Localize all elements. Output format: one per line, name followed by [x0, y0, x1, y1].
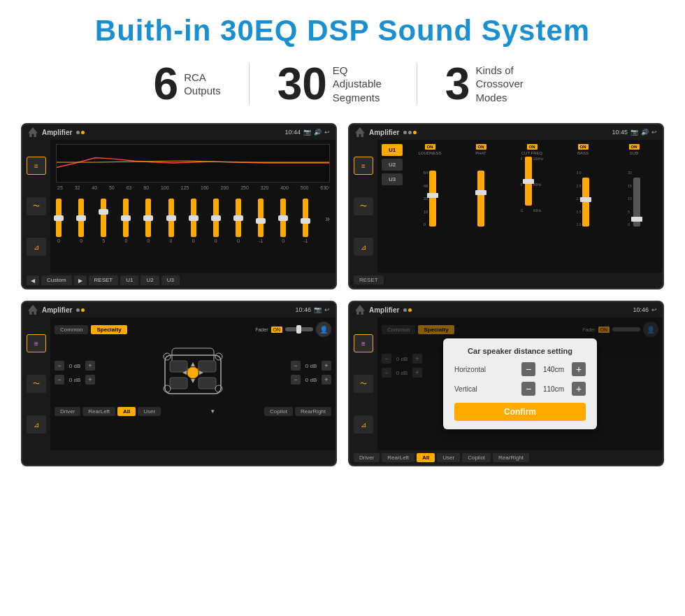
fader-on-badge[interactable]: ON [271, 327, 283, 333]
prev-btn[interactable]: ◀ [27, 275, 39, 285]
svg-rect-4 [199, 361, 216, 372]
phat-slider[interactable] [477, 171, 484, 227]
rearright-btn[interactable]: RearRight [295, 407, 331, 416]
reset-btn-2[interactable]: RESET [354, 275, 384, 285]
all-btn-4[interactable]: All [417, 453, 435, 462]
camera-icon-3: 📷 [314, 306, 322, 313]
vertical-minus-btn[interactable]: − [521, 382, 535, 396]
db-minus-rr[interactable]: − [291, 375, 301, 385]
amp-presets: U1 U2 U3 [382, 144, 403, 268]
u3-preset[interactable]: U3 [382, 173, 403, 185]
common-tab[interactable]: Common [55, 325, 88, 334]
svg-rect-3 [170, 361, 187, 372]
eq-icon-btn-3[interactable]: ≡ [27, 334, 46, 352]
eq-slider-3[interactable]: 0 [123, 199, 129, 243]
eq-slider-5[interactable]: 0 [168, 199, 174, 243]
vol-icon-btn-2[interactable]: ⊿ [354, 238, 373, 256]
fader-slider[interactable] [285, 327, 313, 331]
eq-slider-11[interactable]: -1 [303, 199, 308, 243]
horizontal-label: Horizontal [454, 366, 486, 373]
stat-crossover-label: Kinds of Crossover Modes [475, 64, 531, 105]
stat-rca-label: RCA Outputs [184, 71, 221, 98]
svg-rect-6 [199, 378, 216, 389]
back-icon-2[interactable]: ↩ [651, 129, 657, 136]
driver-btn[interactable]: Driver [55, 407, 80, 416]
eq-slider-6[interactable]: 0 [191, 199, 196, 243]
screen2-bottom: RESET [349, 273, 663, 287]
cutfreq-on-badge[interactable]: ON [527, 144, 538, 150]
vol-icon-btn-4[interactable]: ⊿ [354, 415, 373, 434]
loudness-on-badge[interactable]: ON [425, 144, 435, 150]
specialty-tab[interactable]: Specialty [91, 325, 127, 334]
custom-preset[interactable]: Custom [41, 275, 72, 285]
dialog-title: Car speaker distance setting [454, 347, 586, 355]
horizontal-plus-btn[interactable]: + [572, 362, 586, 376]
reset-btn-1[interactable]: RESET [89, 275, 119, 285]
bottom-buttons-row: Driver RearLeft All User ▼ Copilot RearR… [55, 407, 331, 416]
more-icon[interactable]: » [325, 214, 330, 224]
sub-on-badge[interactable]: ON [629, 144, 640, 150]
eq-icon-btn-4[interactable]: ≡ [354, 334, 373, 352]
loudness-slider[interactable] [429, 171, 436, 227]
wave-icon-btn-2[interactable]: 〜 [354, 197, 373, 215]
screen3-body: ≡ 〜 ⊿ Common Specialty Fader ON [22, 317, 336, 450]
eq-slider-7[interactable]: 0 [213, 199, 219, 243]
eq-icon-btn[interactable]: ≡ [27, 157, 46, 175]
speaker-tab-row: Common Specialty Fader ON 👤 [55, 322, 331, 337]
u2-btn[interactable]: U2 [140, 275, 159, 285]
copilot-btn-4[interactable]: Copilot [462, 453, 491, 462]
next-btn[interactable]: ▶ [74, 275, 87, 285]
eq-slider-2[interactable]: 5 [101, 199, 106, 243]
home-icon-3[interactable] [28, 305, 38, 315]
vertical-plus-btn[interactable]: + [572, 382, 586, 396]
eq-slider-9[interactable]: -1 [258, 199, 264, 243]
eq-slider-10[interactable]: 0 [280, 199, 286, 243]
confirm-button[interactable]: Confirm [454, 403, 586, 421]
bass-on-badge[interactable]: ON [578, 144, 589, 150]
back-icon-3[interactable]: ↩ [324, 306, 330, 313]
eq-slider-1[interactable]: 0 [78, 199, 84, 243]
db-plus-fl[interactable]: + [85, 361, 95, 371]
driver-btn-4[interactable]: Driver [354, 453, 380, 462]
cutfreq-slider[interactable] [525, 157, 532, 206]
home-icon-1[interactable] [28, 127, 38, 137]
db-minus-fr[interactable]: − [291, 361, 301, 371]
phat-on-badge[interactable]: ON [476, 144, 486, 150]
db-plus-fr[interactable]: + [322, 361, 331, 371]
rearleft-btn[interactable]: RearLeft [82, 407, 115, 416]
db-plus-rr[interactable]: + [322, 375, 331, 385]
u1-preset[interactable]: U1 [382, 144, 403, 156]
user-btn-4[interactable]: User [437, 453, 460, 462]
db-minus-fl[interactable]: − [55, 361, 64, 371]
camera-icon-1: 📷 [303, 129, 311, 136]
u2-preset[interactable]: U2 [382, 159, 403, 171]
rearleft-btn-4[interactable]: RearLeft [382, 453, 414, 462]
user-btn-3[interactable]: User [138, 407, 161, 416]
u3-btn[interactable]: U3 [161, 275, 180, 285]
bass-slider[interactable] [582, 178, 589, 227]
back-icon-1[interactable]: ↩ [324, 129, 330, 136]
db-plus-rl[interactable]: + [85, 375, 95, 385]
rearright-btn-4[interactable]: RearRight [493, 453, 529, 462]
wave-icon-btn-4[interactable]: 〜 [354, 375, 373, 393]
back-icon-4[interactable]: ↩ [651, 306, 657, 313]
eq-icon-btn-2[interactable]: ≡ [354, 157, 373, 175]
eq-slider-0[interactable]: 0 [56, 199, 62, 243]
home-icon-4[interactable] [355, 305, 365, 315]
wave-icon-btn-3[interactable]: 〜 [27, 375, 46, 393]
all-btn[interactable]: All [117, 407, 136, 416]
copilot-btn[interactable]: Copilot [264, 407, 293, 416]
db-minus-rl[interactable]: − [55, 375, 64, 385]
camera-icon-2: 📷 [630, 129, 638, 136]
sub-label: SUB [630, 151, 638, 155]
home-icon-2[interactable] [355, 127, 365, 137]
u1-btn[interactable]: U1 [120, 275, 138, 285]
vol-icon-btn-3[interactable]: ⊿ [27, 415, 46, 434]
eq-slider-4[interactable]: 0 [145, 199, 151, 243]
horizontal-minus-btn[interactable]: − [521, 362, 535, 376]
sub-slider[interactable] [633, 178, 640, 227]
eq-slider-8[interactable]: 0 [236, 199, 241, 243]
profile-icon[interactable]: 👤 [316, 322, 331, 337]
wave-icon-btn[interactable]: 〜 [27, 197, 46, 215]
vol-icon-btn[interactable]: ⊿ [27, 238, 46, 256]
